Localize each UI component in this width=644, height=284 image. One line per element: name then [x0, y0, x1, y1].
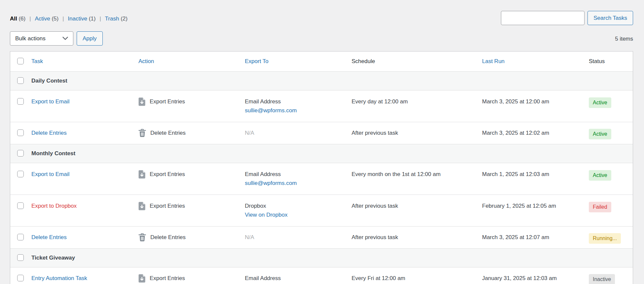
task-row: Export to Dropbox Export Entries Dropbox…: [10, 195, 633, 226]
schedule-text: Every month on the 1st at 12:00 am: [352, 170, 482, 179]
group-row: Monthly Contest: [10, 144, 633, 163]
row-checkbox[interactable]: [17, 275, 24, 281]
row-checkbox[interactable]: [17, 202, 24, 209]
last-run-text: March 3, 2025 at 12:07 am: [482, 233, 589, 242]
last-run-text: January 31, 2025 at 12:03 am: [482, 274, 589, 283]
row-checkbox[interactable]: [17, 234, 24, 240]
filter-list: All (6)|Active (5)|Inactive (1)|Trash (2…: [10, 11, 128, 22]
tasks-table: TaskActionExport ToScheduleLast RunStatu…: [10, 51, 633, 284]
export-to-secondary[interactable]: sullie@wpforms.com: [245, 106, 345, 115]
last-run-text: February 1, 2025 at 12:05 am: [482, 201, 589, 210]
task-link[interactable]: Export to Email: [31, 171, 69, 177]
schedule-text: After previous task: [352, 201, 482, 210]
status-badge: Active: [589, 170, 611, 181]
task-link[interactable]: Delete Entries: [31, 130, 67, 136]
tasks-page: All (6)|Active (5)|Inactive (1)|Trash (2…: [0, 0, 644, 284]
trash-icon: [138, 233, 146, 242]
column-header-last-run[interactable]: Last Run: [482, 58, 505, 64]
task-link[interactable]: Export to Dropbox: [31, 203, 77, 209]
schedule-text: After previous task: [352, 128, 482, 137]
action-label: Export Entries: [150, 97, 185, 106]
table-header: TaskActionExport ToScheduleLast RunStatu…: [10, 52, 633, 71]
toolbar: Bulk actions Apply 5 items: [10, 31, 633, 46]
task-link[interactable]: Export to Email: [31, 98, 69, 105]
filter-trash[interactable]: Trash (2): [105, 16, 128, 22]
export-to-primary: Email Address: [245, 98, 281, 105]
file-download-icon: [138, 170, 145, 179]
task-link[interactable]: Entry Automation Task: [31, 275, 87, 281]
task-row: Entry Automation Task Export Entries Ema…: [10, 267, 633, 284]
file-download-icon: [138, 202, 145, 210]
schedule-text: Every Fri at 12:00 am: [352, 274, 482, 283]
export-to-secondary[interactable]: sullie@wpforms.com: [245, 179, 345, 188]
column-header-task[interactable]: Task: [31, 58, 43, 64]
status-badge: Active: [589, 97, 611, 108]
last-run-text: March 3, 2025 at 12:00 am: [482, 97, 589, 106]
group-checkbox[interactable]: [17, 254, 24, 261]
select-all-checkbox[interactable]: [17, 58, 24, 64]
group-row: Daily Contest: [10, 71, 633, 90]
group-checkbox[interactable]: [17, 150, 24, 157]
table-body: Daily Contest Export to Email Export Ent…: [10, 71, 633, 284]
column-header-schedule: Schedule: [352, 58, 375, 64]
group-checkbox[interactable]: [17, 77, 24, 84]
search-area: Search Tasks: [501, 11, 633, 25]
column-header-status: Status: [589, 58, 605, 64]
filter-separator: |: [29, 16, 31, 22]
action-label: Delete Entries: [150, 233, 186, 242]
action-label: Export Entries: [150, 201, 185, 210]
file-download-icon: [138, 274, 145, 283]
task-row: Export to Email Export Entries Email Add…: [10, 163, 633, 195]
bulk-actions-select[interactable]: Bulk actions: [10, 31, 73, 46]
file-download-icon: [138, 97, 145, 106]
task-link[interactable]: Delete Entries: [31, 234, 67, 240]
last-run-text: March 1, 2025 at 12:03 am: [482, 170, 589, 179]
group-row: Ticket Giveaway: [10, 248, 633, 267]
last-run-text: March 3, 2025 at 12:02 am: [482, 128, 589, 137]
action-label: Delete Entries: [150, 128, 186, 137]
column-header-export-to[interactable]: Export To: [245, 58, 269, 64]
task-row: Delete Entries Delete Entries N/A After …: [10, 122, 633, 144]
schedule-text: After previous task: [352, 233, 482, 242]
filter-separator: |: [62, 16, 64, 22]
export-to-secondary[interactable]: View on Dropbox: [245, 210, 345, 219]
chevron-down-icon: [62, 37, 68, 40]
apply-button[interactable]: Apply: [77, 31, 103, 46]
export-to-primary: Dropbox: [245, 203, 266, 209]
trash-icon: [138, 129, 146, 137]
column-header-action[interactable]: Action: [138, 58, 154, 64]
bulk-actions-selected-value: Bulk actions: [15, 35, 46, 42]
group-title: Ticket Giveaway: [31, 253, 82, 262]
action-label: Export Entries: [150, 170, 185, 179]
export-to-primary: Email Address: [245, 275, 281, 281]
task-row: Delete Entries Delete Entries N/A After …: [10, 226, 633, 248]
search-tasks-button[interactable]: Search Tasks: [587, 11, 633, 25]
group-title: Daily Contest: [31, 76, 74, 85]
filter-all[interactable]: All (6): [10, 16, 25, 22]
status-badge: Running...: [589, 233, 621, 244]
topbar: All (6)|Active (5)|Inactive (1)|Trash (2…: [10, 11, 633, 25]
bulk-actions-area: Bulk actions Apply: [10, 31, 103, 46]
filter-separator: |: [99, 16, 101, 22]
export-to-primary: Email Address: [245, 171, 281, 177]
action-label: Export Entries: [150, 274, 185, 283]
export-to-primary: N/A: [245, 234, 254, 240]
status-badge: Inactive: [589, 274, 615, 284]
row-checkbox[interactable]: [17, 98, 24, 105]
status-badge: Failed: [589, 202, 611, 212]
search-input[interactable]: [501, 11, 585, 25]
filter-active[interactable]: Active (5): [35, 16, 58, 22]
row-checkbox[interactable]: [17, 171, 24, 177]
task-row: Export to Email Export Entries Email Add…: [10, 90, 633, 122]
row-checkbox[interactable]: [17, 129, 24, 136]
filter-inactive[interactable]: Inactive (1): [68, 16, 95, 22]
group-title: Monthly Contest: [31, 149, 82, 158]
export-to-primary: N/A: [245, 130, 254, 136]
schedule-text: Every day at 12:00 am: [352, 97, 482, 106]
items-count: 5 items: [615, 36, 633, 42]
status-badge: Active: [589, 129, 611, 139]
